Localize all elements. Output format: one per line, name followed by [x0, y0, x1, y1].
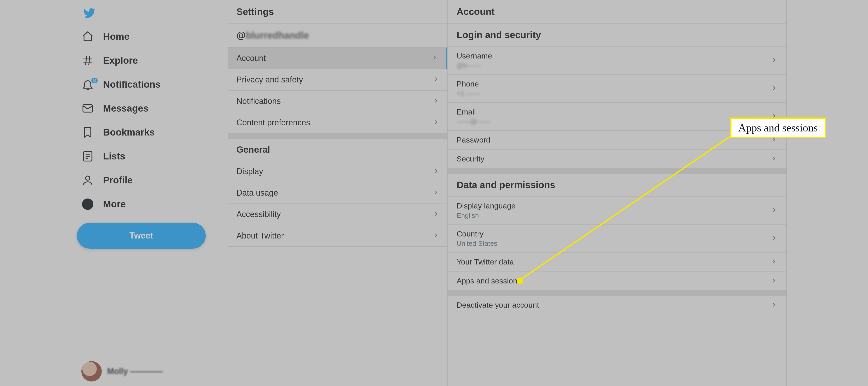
annotation-dot	[517, 278, 523, 284]
settings-item-notifications[interactable]: Notifications	[228, 90, 447, 112]
annotation-callout: Apps and sessions	[730, 118, 826, 138]
nav-more[interactable]: More	[77, 192, 228, 216]
avatar	[81, 361, 102, 382]
chevron-right-icon	[771, 85, 777, 92]
hash-icon	[81, 54, 94, 67]
settings-item-content[interactable]: Content preferences	[228, 112, 447, 133]
settings-item-account[interactable]: Account	[228, 47, 447, 69]
settings-title: Settings	[228, 0, 447, 24]
account-item-display-language[interactable]: Display language English	[447, 196, 786, 224]
notification-badge: 8	[91, 78, 98, 83]
nav-label: Home	[103, 31, 129, 42]
settings-item-display[interactable]: Display	[228, 161, 447, 182]
nav-label: More	[103, 199, 126, 210]
svg-line-2	[86, 56, 87, 65]
mail-icon	[81, 102, 94, 115]
chevron-right-icon	[433, 96, 439, 106]
account-item-twitter-data[interactable]: Your Twitter data	[447, 252, 786, 271]
settings-item-data-usage[interactable]: Data usage	[228, 182, 447, 203]
user-icon	[81, 174, 94, 187]
nav-bookmarks[interactable]: Bookmarks	[77, 121, 228, 144]
nav-label: Notifications	[103, 79, 160, 90]
account-title: Account	[447, 0, 786, 24]
user-name: Molly ————	[107, 366, 163, 376]
chevron-right-icon	[433, 231, 439, 240]
tweet-button[interactable]: Tweet	[77, 223, 206, 249]
account-column: Account Login and security Username @b——…	[447, 0, 786, 386]
svg-point-13	[89, 203, 91, 205]
nav-explore[interactable]: Explore	[77, 49, 228, 72]
login-security-heading: Login and security	[447, 24, 786, 46]
chevron-right-icon	[771, 235, 777, 243]
nav-label: Lists	[103, 151, 125, 162]
settings-item-privacy[interactable]: Privacy and safety	[228, 69, 447, 90]
svg-line-3	[89, 56, 90, 65]
nav-label: Bookmarks	[103, 127, 155, 138]
chevron-right-icon	[771, 301, 777, 309]
account-item-country[interactable]: Country United States	[447, 224, 786, 252]
data-permissions-heading: Data and permissions	[447, 174, 786, 196]
chevron-right-icon	[771, 277, 777, 285]
chevron-right-icon	[771, 258, 777, 266]
settings-general-heading: General	[228, 139, 447, 161]
nav-label: Profile	[103, 175, 133, 186]
svg-point-12	[87, 203, 89, 205]
nav-label: Explore	[103, 55, 138, 66]
home-icon	[81, 30, 94, 43]
bell-icon: 8	[81, 78, 94, 91]
account-item-deactivate[interactable]: Deactivate your account	[447, 296, 786, 314]
chevron-right-icon	[433, 118, 439, 127]
twitter-logo[interactable]	[77, 4, 228, 23]
settings-handle: @blurredhandle	[228, 24, 447, 47]
chevron-right-icon	[433, 188, 439, 198]
chevron-right-icon	[433, 75, 439, 85]
chevron-right-icon	[771, 57, 777, 64]
more-icon	[81, 198, 94, 211]
nav-profile[interactable]: Profile	[77, 168, 228, 192]
account-item-phone[interactable]: Phone +1 ——	[447, 74, 786, 102]
nav-home[interactable]: Home	[77, 25, 228, 49]
primary-nav: Home Explore 8 Notifications Messages Bo…	[77, 0, 228, 386]
chevron-right-icon	[771, 155, 777, 163]
nav-messages[interactable]: Messages	[77, 97, 228, 120]
settings-item-accessibility[interactable]: Accessibility	[228, 203, 447, 225]
settings-column: Settings @blurredhandle Account Privacy …	[228, 0, 447, 386]
account-item-username[interactable]: Username @b——	[447, 46, 786, 74]
list-icon	[81, 150, 94, 163]
chevron-right-icon	[433, 210, 439, 219]
account-item-apps-sessions[interactable]: Apps and sessions	[447, 271, 786, 290]
current-user[interactable]: Molly ————	[77, 357, 228, 386]
svg-rect-4	[83, 105, 92, 112]
settings-item-about[interactable]: About Twitter	[228, 225, 447, 247]
chevron-right-icon	[771, 207, 777, 214]
svg-point-11	[85, 203, 86, 205]
nav-label: Messages	[103, 103, 149, 114]
bookmark-icon	[81, 126, 94, 139]
chevron-right-icon	[432, 54, 438, 63]
chevron-right-icon	[433, 167, 439, 176]
account-item-security[interactable]: Security	[447, 149, 786, 168]
nav-lists[interactable]: Lists	[77, 144, 228, 168]
nav-notifications[interactable]: 8 Notifications	[77, 73, 228, 96]
svg-point-9	[86, 176, 90, 180]
